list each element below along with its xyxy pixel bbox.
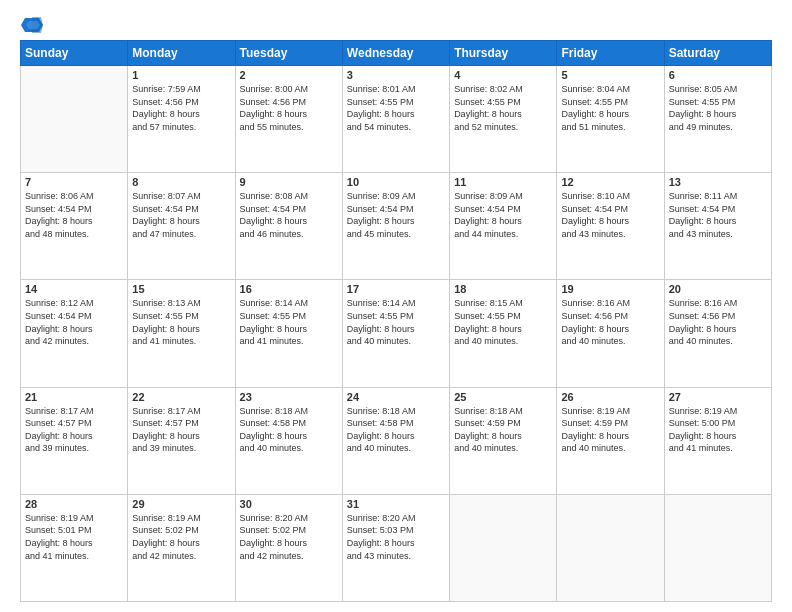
day-info: Sunrise: 8:18 AM Sunset: 4:58 PM Dayligh… — [240, 405, 338, 455]
calendar-cell: 30Sunrise: 8:20 AM Sunset: 5:02 PM Dayli… — [235, 494, 342, 601]
day-number: 18 — [454, 283, 552, 295]
day-info: Sunrise: 8:06 AM Sunset: 4:54 PM Dayligh… — [25, 190, 123, 240]
day-number: 8 — [132, 176, 230, 188]
calendar-cell: 23Sunrise: 8:18 AM Sunset: 4:58 PM Dayli… — [235, 387, 342, 494]
page: SundayMondayTuesdayWednesdayThursdayFrid… — [0, 0, 792, 612]
calendar-cell: 6Sunrise: 8:05 AM Sunset: 4:55 PM Daylig… — [664, 66, 771, 173]
day-info: Sunrise: 8:14 AM Sunset: 4:55 PM Dayligh… — [240, 297, 338, 347]
day-info: Sunrise: 8:09 AM Sunset: 4:54 PM Dayligh… — [454, 190, 552, 240]
day-number: 7 — [25, 176, 123, 188]
day-info: Sunrise: 8:17 AM Sunset: 4:57 PM Dayligh… — [132, 405, 230, 455]
calendar-cell — [664, 494, 771, 601]
week-row-1: 1Sunrise: 7:59 AM Sunset: 4:56 PM Daylig… — [21, 66, 772, 173]
day-info: Sunrise: 8:09 AM Sunset: 4:54 PM Dayligh… — [347, 190, 445, 240]
calendar-cell: 15Sunrise: 8:13 AM Sunset: 4:55 PM Dayli… — [128, 280, 235, 387]
day-number: 31 — [347, 498, 445, 510]
week-row-3: 14Sunrise: 8:12 AM Sunset: 4:54 PM Dayli… — [21, 280, 772, 387]
day-info: Sunrise: 8:15 AM Sunset: 4:55 PM Dayligh… — [454, 297, 552, 347]
calendar-cell: 7Sunrise: 8:06 AM Sunset: 4:54 PM Daylig… — [21, 173, 128, 280]
calendar-cell: 19Sunrise: 8:16 AM Sunset: 4:56 PM Dayli… — [557, 280, 664, 387]
weekday-header-monday: Monday — [128, 41, 235, 66]
day-number: 29 — [132, 498, 230, 510]
weekday-header-wednesday: Wednesday — [342, 41, 449, 66]
calendar-cell: 10Sunrise: 8:09 AM Sunset: 4:54 PM Dayli… — [342, 173, 449, 280]
header — [20, 16, 772, 30]
day-info: Sunrise: 8:20 AM Sunset: 5:03 PM Dayligh… — [347, 512, 445, 562]
day-info: Sunrise: 8:00 AM Sunset: 4:56 PM Dayligh… — [240, 83, 338, 133]
day-number: 21 — [25, 391, 123, 403]
day-info: Sunrise: 8:14 AM Sunset: 4:55 PM Dayligh… — [347, 297, 445, 347]
day-number: 23 — [240, 391, 338, 403]
day-info: Sunrise: 8:01 AM Sunset: 4:55 PM Dayligh… — [347, 83, 445, 133]
day-info: Sunrise: 8:02 AM Sunset: 4:55 PM Dayligh… — [454, 83, 552, 133]
day-number: 19 — [561, 283, 659, 295]
day-number: 30 — [240, 498, 338, 510]
day-info: Sunrise: 8:11 AM Sunset: 4:54 PM Dayligh… — [669, 190, 767, 240]
day-info: Sunrise: 8:19 AM Sunset: 5:01 PM Dayligh… — [25, 512, 123, 562]
calendar-cell: 16Sunrise: 8:14 AM Sunset: 4:55 PM Dayli… — [235, 280, 342, 387]
day-info: Sunrise: 8:18 AM Sunset: 4:58 PM Dayligh… — [347, 405, 445, 455]
day-info: Sunrise: 8:04 AM Sunset: 4:55 PM Dayligh… — [561, 83, 659, 133]
day-number: 24 — [347, 391, 445, 403]
calendar-cell: 3Sunrise: 8:01 AM Sunset: 4:55 PM Daylig… — [342, 66, 449, 173]
day-info: Sunrise: 8:16 AM Sunset: 4:56 PM Dayligh… — [669, 297, 767, 347]
calendar-cell: 5Sunrise: 8:04 AM Sunset: 4:55 PM Daylig… — [557, 66, 664, 173]
day-info: Sunrise: 7:59 AM Sunset: 4:56 PM Dayligh… — [132, 83, 230, 133]
day-number: 14 — [25, 283, 123, 295]
day-number: 20 — [669, 283, 767, 295]
calendar-cell: 9Sunrise: 8:08 AM Sunset: 4:54 PM Daylig… — [235, 173, 342, 280]
day-info: Sunrise: 8:05 AM Sunset: 4:55 PM Dayligh… — [669, 83, 767, 133]
calendar-cell: 25Sunrise: 8:18 AM Sunset: 4:59 PM Dayli… — [450, 387, 557, 494]
day-info: Sunrise: 8:16 AM Sunset: 4:56 PM Dayligh… — [561, 297, 659, 347]
calendar-cell: 18Sunrise: 8:15 AM Sunset: 4:55 PM Dayli… — [450, 280, 557, 387]
day-info: Sunrise: 8:19 AM Sunset: 5:00 PM Dayligh… — [669, 405, 767, 455]
calendar-cell: 24Sunrise: 8:18 AM Sunset: 4:58 PM Dayli… — [342, 387, 449, 494]
weekday-header-saturday: Saturday — [664, 41, 771, 66]
week-row-4: 21Sunrise: 8:17 AM Sunset: 4:57 PM Dayli… — [21, 387, 772, 494]
week-row-2: 7Sunrise: 8:06 AM Sunset: 4:54 PM Daylig… — [21, 173, 772, 280]
weekday-header-friday: Friday — [557, 41, 664, 66]
day-number: 25 — [454, 391, 552, 403]
day-number: 12 — [561, 176, 659, 188]
calendar-cell: 20Sunrise: 8:16 AM Sunset: 4:56 PM Dayli… — [664, 280, 771, 387]
logo-icon — [21, 16, 43, 34]
day-info: Sunrise: 8:17 AM Sunset: 4:57 PM Dayligh… — [25, 405, 123, 455]
day-number: 1 — [132, 69, 230, 81]
calendar-cell: 1Sunrise: 7:59 AM Sunset: 4:56 PM Daylig… — [128, 66, 235, 173]
calendar-cell: 13Sunrise: 8:11 AM Sunset: 4:54 PM Dayli… — [664, 173, 771, 280]
calendar-cell — [450, 494, 557, 601]
calendar-cell: 21Sunrise: 8:17 AM Sunset: 4:57 PM Dayli… — [21, 387, 128, 494]
weekday-header-sunday: Sunday — [21, 41, 128, 66]
calendar-cell: 22Sunrise: 8:17 AM Sunset: 4:57 PM Dayli… — [128, 387, 235, 494]
day-number: 11 — [454, 176, 552, 188]
calendar-cell: 2Sunrise: 8:00 AM Sunset: 4:56 PM Daylig… — [235, 66, 342, 173]
day-info: Sunrise: 8:13 AM Sunset: 4:55 PM Dayligh… — [132, 297, 230, 347]
day-number: 10 — [347, 176, 445, 188]
day-number: 5 — [561, 69, 659, 81]
day-info: Sunrise: 8:08 AM Sunset: 4:54 PM Dayligh… — [240, 190, 338, 240]
day-info: Sunrise: 8:12 AM Sunset: 4:54 PM Dayligh… — [25, 297, 123, 347]
weekday-header-thursday: Thursday — [450, 41, 557, 66]
calendar-cell: 31Sunrise: 8:20 AM Sunset: 5:03 PM Dayli… — [342, 494, 449, 601]
weekday-header-row: SundayMondayTuesdayWednesdayThursdayFrid… — [21, 41, 772, 66]
day-number: 15 — [132, 283, 230, 295]
calendar-cell: 14Sunrise: 8:12 AM Sunset: 4:54 PM Dayli… — [21, 280, 128, 387]
day-number: 4 — [454, 69, 552, 81]
calendar-cell — [21, 66, 128, 173]
day-info: Sunrise: 8:07 AM Sunset: 4:54 PM Dayligh… — [132, 190, 230, 240]
day-info: Sunrise: 8:20 AM Sunset: 5:02 PM Dayligh… — [240, 512, 338, 562]
calendar-cell: 17Sunrise: 8:14 AM Sunset: 4:55 PM Dayli… — [342, 280, 449, 387]
day-number: 16 — [240, 283, 338, 295]
calendar-cell: 28Sunrise: 8:19 AM Sunset: 5:01 PM Dayli… — [21, 494, 128, 601]
day-number: 6 — [669, 69, 767, 81]
day-number: 9 — [240, 176, 338, 188]
logo — [20, 16, 44, 30]
calendar-cell: 8Sunrise: 8:07 AM Sunset: 4:54 PM Daylig… — [128, 173, 235, 280]
calendar-table: SundayMondayTuesdayWednesdayThursdayFrid… — [20, 40, 772, 602]
day-number: 2 — [240, 69, 338, 81]
calendar-cell: 29Sunrise: 8:19 AM Sunset: 5:02 PM Dayli… — [128, 494, 235, 601]
calendar-cell: 4Sunrise: 8:02 AM Sunset: 4:55 PM Daylig… — [450, 66, 557, 173]
day-info: Sunrise: 8:18 AM Sunset: 4:59 PM Dayligh… — [454, 405, 552, 455]
calendar-cell: 11Sunrise: 8:09 AM Sunset: 4:54 PM Dayli… — [450, 173, 557, 280]
calendar-cell: 27Sunrise: 8:19 AM Sunset: 5:00 PM Dayli… — [664, 387, 771, 494]
